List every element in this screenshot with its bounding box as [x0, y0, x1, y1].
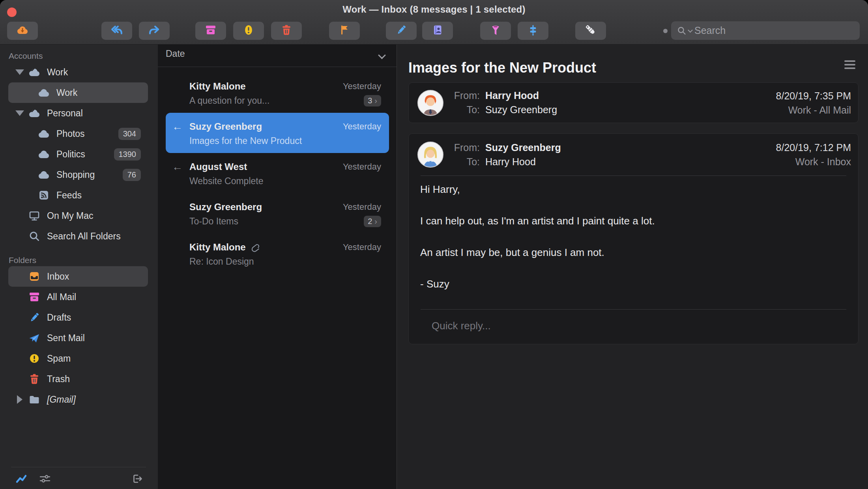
archive-button[interactable]	[195, 22, 226, 40]
footer-divider	[11, 467, 146, 467]
sidebar-item-work-inbox[interactable]: Work	[8, 82, 148, 103]
view-options-button[interactable]	[518, 22, 548, 40]
sidebar-item-photos[interactable]: Photos 304	[8, 123, 148, 144]
sign-out-icon[interactable]	[130, 472, 143, 485]
message-list: Date Kitty Malone Yesterday A question f…	[158, 45, 397, 489]
contacts-button[interactable]	[422, 22, 453, 40]
sender-name: Suzy Greenberg	[485, 142, 561, 153]
search-icon	[27, 229, 41, 243]
body-paragraph: - Suzy	[420, 278, 846, 290]
sidebar-item-politics[interactable]: Politics 1390	[8, 144, 148, 164]
cloud-account-icon	[27, 65, 41, 79]
disclosure-triangle-icon[interactable]	[15, 110, 25, 116]
paper-plane-icon	[27, 331, 41, 345]
message-row-selected[interactable]: ← Suzy Greenberg Yesterday Images for th…	[166, 113, 389, 153]
search-field[interactable]: Search	[671, 21, 860, 40]
search-placeholder: Search	[694, 25, 726, 36]
sidebar-item-gmail[interactable]: [Gmail]	[8, 389, 148, 410]
thread-count-badge[interactable]: 3 ›	[364, 95, 381, 106]
message-row[interactable]: ← August West Yesterday Website Complete	[166, 153, 389, 193]
message-row[interactable]: Kitty Malone Yesterday Re: Icon Design	[166, 233, 389, 274]
forward-icon	[147, 23, 161, 39]
folder-icon	[27, 392, 41, 407]
forward-button[interactable]	[139, 22, 170, 40]
fetch-mail-button[interactable]	[7, 22, 38, 40]
unread-count-badge: 304	[118, 128, 141, 140]
archive-box-icon	[27, 290, 41, 304]
cloud-icon	[37, 168, 51, 182]
cloud-icon	[37, 86, 51, 100]
paperclip-icon	[250, 242, 260, 252]
folders-section-header: Folders	[0, 254, 158, 266]
filter-button[interactable]	[480, 22, 511, 40]
thread-count-badge[interactable]: 2 ›	[364, 216, 381, 227]
sidebar-item-spam[interactable]: Spam	[8, 348, 148, 369]
cloud-download-icon	[15, 23, 30, 39]
from-label: From:	[452, 90, 480, 101]
message-card: From: Suzy Greenberg To: Harry Hood 8/20…	[408, 133, 859, 344]
message-header-card[interactable]: From: Harry Hood To: Suzy Greenberg 8/20…	[408, 82, 859, 123]
sliders-icon	[526, 23, 540, 39]
activity-icon[interactable]	[15, 472, 28, 485]
message-header[interactable]: From: Suzy Greenberg To: Harry Hood 8/20…	[409, 134, 858, 175]
reading-pane: Images for the New Product	[397, 45, 868, 489]
delete-button[interactable]	[271, 22, 302, 40]
unread-count-badge: 1390	[114, 148, 141, 161]
sidebar-item-search-all-folders[interactable]: Search All Folders	[8, 226, 148, 246]
flag-button[interactable]	[329, 22, 360, 40]
chevron-down-icon	[378, 51, 386, 59]
from-label: From:	[452, 142, 480, 153]
sidebar-item-work-account[interactable]: Work	[8, 62, 148, 82]
sidebar-item-feeds[interactable]: Feeds	[8, 185, 148, 205]
message-mailbox: Work - All Mail	[776, 103, 851, 117]
sidebar-item-sent-mail[interactable]: Sent Mail	[8, 328, 148, 348]
content-area: Accounts Work Work Personal	[0, 45, 868, 489]
alert-icon	[241, 23, 256, 39]
format-button[interactable]	[575, 22, 606, 40]
sender-name: Harry Hood	[485, 90, 539, 101]
sidebar-item-shopping[interactable]: Shopping 76	[8, 164, 148, 185]
compose-button[interactable]	[386, 22, 417, 40]
sidebar-item-all-mail[interactable]: All Mail	[8, 287, 148, 307]
rss-icon	[37, 188, 51, 202]
settings-sliders-icon[interactable]	[39, 472, 51, 485]
to-label: To:	[452, 156, 480, 168]
thread-title: Images for the New Product	[408, 60, 868, 77]
sort-label: Date	[166, 49, 185, 59]
sidebar-item-on-my-mac[interactable]: On My Mac	[8, 205, 148, 226]
replied-arrow-icon: ←	[172, 121, 189, 132]
trash-icon	[279, 23, 294, 39]
sidebar-item-inbox[interactable]: Inbox	[8, 266, 148, 287]
address-book-icon	[430, 23, 445, 39]
message-row[interactable]: Suzy Greenberg Yesterday To-Do Items 2 ›	[166, 193, 389, 233]
pencil-icon	[27, 310, 41, 325]
message-mailbox: Work - Inbox	[776, 155, 851, 169]
sidebar-item-personal-account[interactable]: Personal	[8, 103, 148, 123]
recipient-name: Suzy Greenberg	[485, 104, 557, 116]
chevron-right-icon: ›	[374, 217, 377, 226]
mark-spam-button[interactable]	[233, 22, 264, 40]
cloud-account-icon	[27, 106, 41, 120]
sidebar-item-trash[interactable]: Trash	[8, 369, 148, 389]
unread-indicator-dot	[663, 29, 668, 33]
sort-header[interactable]: Date	[158, 45, 397, 67]
message-body: Hi Harry, I can help out, as I'm an arti…	[409, 176, 858, 290]
body-paragraph: Hi Harry,	[420, 183, 846, 196]
accounts-section-header: Accounts	[0, 50, 158, 62]
sidebar-footer	[0, 467, 158, 489]
disclosure-triangle-icon[interactable]	[15, 69, 25, 75]
inbox-icon	[27, 269, 41, 284]
recipient-name: Harry Hood	[485, 156, 536, 168]
pencil-icon	[394, 23, 408, 39]
message-datetime: 8/20/19, 7:12 PM	[776, 140, 851, 155]
chevron-right-icon: ›	[374, 96, 377, 105]
menu-icon[interactable]	[844, 60, 855, 69]
message-row[interactable]: Kitty Malone Yesterday A question for yo…	[166, 73, 389, 113]
reply-all-button[interactable]	[101, 22, 132, 40]
avatar	[417, 90, 443, 116]
titlebar: Work — Inbox (8 messages | 1 selected)	[0, 0, 868, 19]
quick-reply-field[interactable]: Quick reply...	[409, 310, 858, 344]
sidebar-item-drafts[interactable]: Drafts	[8, 307, 148, 328]
disclosure-triangle-icon[interactable]	[15, 395, 25, 404]
brush-icon	[584, 23, 598, 39]
